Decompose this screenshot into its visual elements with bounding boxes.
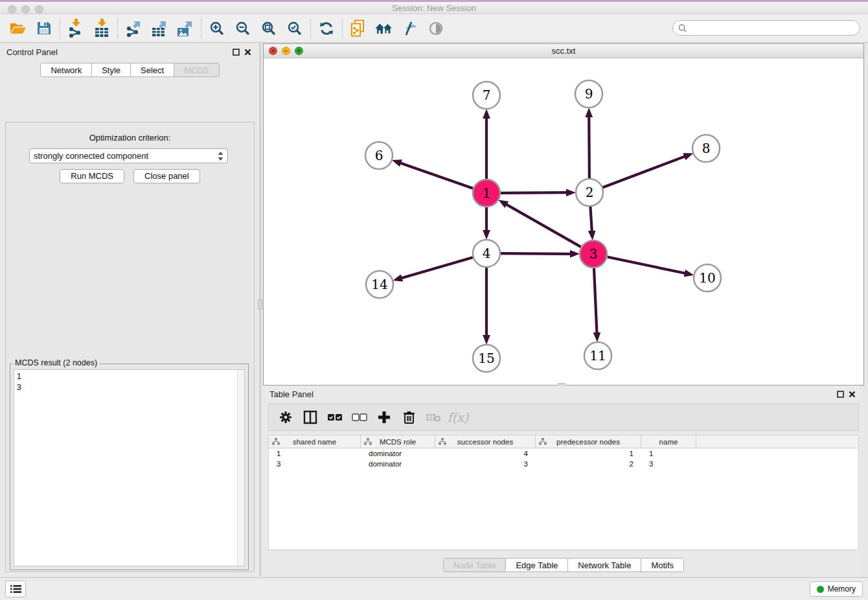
float-table-panel-icon[interactable] [834, 388, 846, 400]
column-header-name[interactable]: name [641, 435, 696, 448]
apply-function-icon: f(x) [448, 407, 468, 428]
node-label: 2 [586, 185, 594, 200]
graph-node-8[interactable]: 8 [692, 135, 720, 162]
column-header-shared-name[interactable]: shared name [269, 435, 361, 448]
delete-column-icon[interactable] [398, 407, 419, 428]
column-header-successor-nodes[interactable]: successor nodes [435, 435, 536, 448]
node-label: 15 [478, 351, 494, 366]
tab-motifs[interactable]: Motifs [641, 558, 684, 572]
column-header-MCDS-role[interactable]: MCDS role [361, 435, 435, 448]
export-network-icon[interactable] [120, 17, 146, 40]
maximize-network-icon[interactable]: + [295, 47, 303, 55]
graph-node-7[interactable]: 7 [473, 82, 500, 109]
tab-mcds[interactable]: MCDS [174, 63, 219, 77]
column-header-predecessor-nodes[interactable]: predecessor nodes [536, 435, 641, 448]
graph-node-3[interactable]: 3 [580, 240, 607, 268]
zoom-selected-icon[interactable] [282, 17, 308, 40]
control-panel-tabs: NetworkStyleSelectMCDS [0, 63, 260, 77]
graph-node-11[interactable]: 11 [584, 342, 611, 369]
graph-node-15[interactable]: 15 [473, 345, 500, 372]
node-table[interactable]: shared nameMCDS rolesuccessor nodesprede… [268, 435, 859, 550]
criterion-dropdown[interactable]: strongly connected component [29, 148, 228, 163]
export-image-icon[interactable] [172, 17, 198, 40]
search-box[interactable] [672, 20, 860, 36]
minimize-network-icon[interactable]: − [282, 47, 290, 55]
run-mcds-button[interactable]: Run MCDS [60, 169, 124, 183]
graph-node-14[interactable]: 14 [366, 271, 393, 298]
network-window-titlebar[interactable]: × − + scc.txt [264, 44, 863, 58]
graph-node-4[interactable]: 4 [473, 240, 500, 267]
tab-network-table[interactable]: Network Table [567, 558, 641, 572]
application-window: Session: New Session [0, 0, 868, 600]
clone-network-icon[interactable] [345, 17, 371, 40]
edge-2-3[interactable] [590, 207, 591, 231]
close-panel-button[interactable]: Close panel [133, 169, 200, 183]
main-toolbar [0, 14, 868, 43]
edge-1-6[interactable] [400, 163, 473, 189]
close-network-icon[interactable]: × [269, 47, 277, 55]
table-tabs: Node TableEdge TableNetwork TableMotifs [263, 558, 864, 572]
tab-network[interactable]: Network [40, 63, 92, 77]
zoom-in-icon[interactable] [204, 17, 230, 40]
toolbar-separator [201, 19, 201, 38]
edge-3-10[interactable] [608, 257, 685, 273]
tab-edge-table[interactable]: Edge Table [505, 558, 568, 572]
edge-3-11[interactable] [594, 268, 597, 333]
node-label: 7 [483, 87, 491, 103]
minimize-window-button[interactable] [21, 5, 30, 14]
graph-node-6[interactable]: 6 [365, 142, 393, 169]
close-table-panel-icon[interactable] [846, 388, 858, 400]
result-scrollbar[interactable] [237, 370, 244, 566]
hide-panels-icon[interactable] [397, 17, 423, 40]
close-panel-icon[interactable] [242, 46, 253, 58]
window-controls[interactable] [8, 5, 43, 14]
network-window: × − + scc.txt 7968124314101511 [263, 43, 864, 386]
panel-splitter-handle[interactable] [258, 299, 262, 310]
column-visibility-icon[interactable] [300, 407, 321, 428]
tab-node-table[interactable]: Node Table [443, 558, 507, 572]
tab-style[interactable]: Style [91, 63, 131, 77]
delete-table-icon [423, 407, 444, 428]
edge-2-9[interactable] [589, 117, 589, 178]
table-cell: 4 [435, 450, 536, 457]
table-cell: 3 [269, 460, 361, 468]
graph-node-1[interactable]: 1 [473, 179, 500, 207]
table-row[interactable]: 3dominator323 [269, 459, 858, 469]
close-window-button[interactable] [8, 5, 16, 14]
memory-button[interactable]: Memory [810, 581, 863, 597]
select-all-rows-icon[interactable] [325, 407, 345, 428]
graph-node-2[interactable]: 2 [576, 179, 603, 206]
import-table-icon[interactable] [89, 17, 115, 40]
add-column-icon[interactable] [374, 407, 394, 428]
edge-4-3[interactable] [501, 253, 571, 254]
edge-4-14[interactable] [402, 257, 473, 278]
save-session-icon[interactable] [31, 17, 57, 40]
tab-select[interactable]: Select [130, 63, 174, 77]
refresh-icon[interactable] [314, 17, 339, 40]
float-panel-icon[interactable] [230, 46, 242, 58]
network-graph[interactable]: 7968124314101511 [264, 58, 863, 386]
edge-3-1[interactable] [506, 204, 580, 247]
search-input[interactable] [690, 23, 854, 32]
table-cell: 1 [536, 450, 641, 457]
settings-gear-icon[interactable] [275, 407, 296, 428]
column-header-filler [696, 435, 858, 448]
home-view-icon[interactable] [371, 17, 397, 40]
zoom-fit-icon[interactable] [256, 17, 282, 40]
mcds-result-area[interactable]: 13 [14, 369, 245, 566]
node-label: 8 [702, 141, 711, 156]
network-canvas[interactable]: 7968124314101511 [264, 58, 863, 385]
task-history-button[interactable] [5, 581, 26, 597]
show-panels-icon[interactable] [423, 17, 449, 40]
deselect-all-rows-icon[interactable] [349, 407, 370, 428]
import-network-icon[interactable] [63, 17, 89, 40]
table-row[interactable]: 1dominator411 [269, 448, 858, 459]
zoom-out-icon[interactable] [230, 17, 256, 40]
open-session-icon[interactable] [5, 17, 31, 40]
edge-2-8[interactable] [603, 156, 685, 187]
export-table-icon[interactable] [146, 17, 172, 40]
graph-node-9[interactable]: 9 [575, 80, 602, 108]
maximize-window-button[interactable] [35, 5, 43, 14]
graph-node-10[interactable]: 10 [694, 264, 721, 292]
edge-1-2[interactable] [501, 192, 567, 193]
